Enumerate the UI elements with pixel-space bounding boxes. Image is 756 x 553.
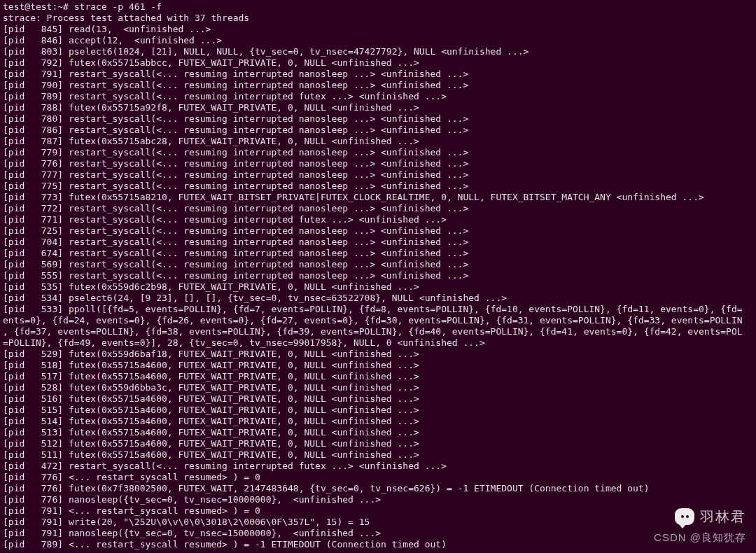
terminal-line: [pid 791] restart_syscall(<... resuming …: [3, 69, 468, 79]
terminal-line: [pid 772] restart_syscall(<... resuming …: [3, 203, 468, 214]
terminal-line: [pid 775] restart_syscall(<... resuming …: [3, 181, 468, 191]
terminal-line: [pid 845] read(13, <unfinished ...>: [3, 24, 211, 34]
terminal-line: [pid 788] futex(0x55715a92f8, FUTEX_WAIT…: [3, 102, 419, 113]
watermark-bottom-text: CSDN @良知犹存: [654, 531, 746, 543]
terminal-line: [pid 704] restart_syscall(<... resuming …: [3, 237, 468, 247]
terminal-line: [pid 789] restart_syscall(<... resuming …: [3, 91, 447, 102]
terminal-line: [pid 472] restart_syscall(<... resuming …: [3, 461, 447, 471]
terminal-line: [pid 792] futex(0x55715abbcc, FUTEX_WAIT…: [3, 57, 419, 68]
terminal-output[interactable]: test@test:~# strace -p 461 -f strace: Pr…: [0, 0, 756, 552]
terminal-line: [pid 790] restart_syscall(<... resuming …: [3, 80, 468, 90]
terminal-line: [pid 674] restart_syscall(<... resuming …: [3, 248, 468, 258]
terminal-line: [pid 787] futex(0x55715abc28, FUTEX_WAIT…: [3, 136, 419, 146]
terminal-line: [pid 511] futex(0x55715a4600, FUTEX_WAIT…: [3, 449, 419, 460]
terminal-line: ents=0}, {fd=24, events=0}, {fd=26, even…: [3, 315, 743, 326]
terminal-line: [pid 518] futex(0x55715a4600, FUTEX_WAIT…: [3, 360, 419, 370]
terminal-line: [pid 776] restart_syscall(<... resuming …: [3, 158, 468, 169]
terminal-line: [pid 515] futex(0x55715a4600, FUTEX_WAIT…: [3, 405, 419, 415]
terminal-line: [pid 791] <... restart_syscall resumed> …: [3, 505, 260, 516]
terminal-line: strace: Process test attached with 37 th…: [3, 13, 249, 23]
terminal-line: , {fd=37, events=POLLIN}, {fd=38, events…: [3, 326, 743, 337]
terminal-line: [pid 776] nanosleep({tv_sec=0, tv_nsec=1…: [3, 494, 381, 505]
terminal-line: [pid 529] futex(0x559d6baf18, FUTEX_WAIT…: [3, 349, 419, 359]
terminal-line: test@test:~# strace -p 461 -f: [3, 1, 162, 12]
watermark-top-text: 羽林君: [700, 511, 746, 522]
terminal-line: [pid 534] pselect6(24, [9 23], [], [], {…: [3, 293, 507, 303]
terminal-line: [pid 555] restart_syscall(<... resuming …: [3, 270, 468, 281]
terminal-line: =POLLIN}, {fd=49, events=0}], 28, {tv_se…: [3, 337, 485, 348]
terminal-line: [pid 535] futex(0x559d6c2b98, FUTEX_WAIT…: [3, 281, 419, 292]
terminal-line: [pid 780] restart_syscall(<... resuming …: [3, 113, 468, 124]
terminal-line: [pid 776] futex(0x7f38002500, FUTEX_WAIT…: [3, 483, 650, 493]
terminal-line: [pid 569] restart_syscall(<... resuming …: [3, 259, 468, 270]
terminal-line: [pid 533] ppoll([{fd=5, events=POLLIN}, …: [3, 304, 743, 314]
terminal-line: [pid 528] futex(0x559d6bba3c, FUTEX_WAIT…: [3, 382, 419, 393]
terminal-line: [pid 776] <... restart_syscall resumed> …: [3, 472, 260, 482]
terminal-line: [pid 725] restart_syscall(<... resuming …: [3, 225, 468, 236]
terminal-line: [pid 786] restart_syscall(<... resuming …: [3, 125, 468, 135]
terminal-line: [pid 777] restart_syscall(<... resuming …: [3, 169, 468, 180]
terminal-line: [pid 773] futex(0x55715a8210, FUTEX_WAIT…: [3, 192, 704, 202]
terminal-line: [pid 791] write(20, "\252U\0\v\0\0\3018\…: [3, 517, 370, 527]
terminal-line: [pid 779] restart_syscall(<... resuming …: [3, 147, 468, 158]
terminal-line: [pid 846] accept(12, <unfinished ...>: [3, 35, 222, 46]
terminal-line: [pid 513] futex(0x55715a4600, FUTEX_WAIT…: [3, 427, 419, 438]
terminal-line: [pid 514] futex(0x55715a4600, FUTEX_WAIT…: [3, 416, 419, 426]
terminal-line: [pid 517] futex(0x55715a4600, FUTEX_WAIT…: [3, 371, 419, 382]
terminal-line: [pid 803] pselect6(1024, [21], NULL, NUL…: [3, 46, 528, 57]
terminal-line: [pid 791] nanosleep({tv_sec=0, tv_nsec=1…: [3, 528, 381, 538]
watermark-bottom: CSDN @良知犹存: [654, 532, 746, 543]
terminal-line: [pid 512] futex(0x55715a4600, FUTEX_WAIT…: [3, 438, 419, 449]
terminal-line: [pid 789] <... restart_syscall resumed> …: [3, 539, 447, 550]
wechat-bubble-icon: [675, 508, 694, 525]
terminal-line: [pid 516] futex(0x55715a4600, FUTEX_WAIT…: [3, 393, 419, 404]
watermark-top: 羽林君: [675, 508, 746, 525]
terminal-line: [pid 771] restart_syscall(<... resuming …: [3, 214, 447, 225]
